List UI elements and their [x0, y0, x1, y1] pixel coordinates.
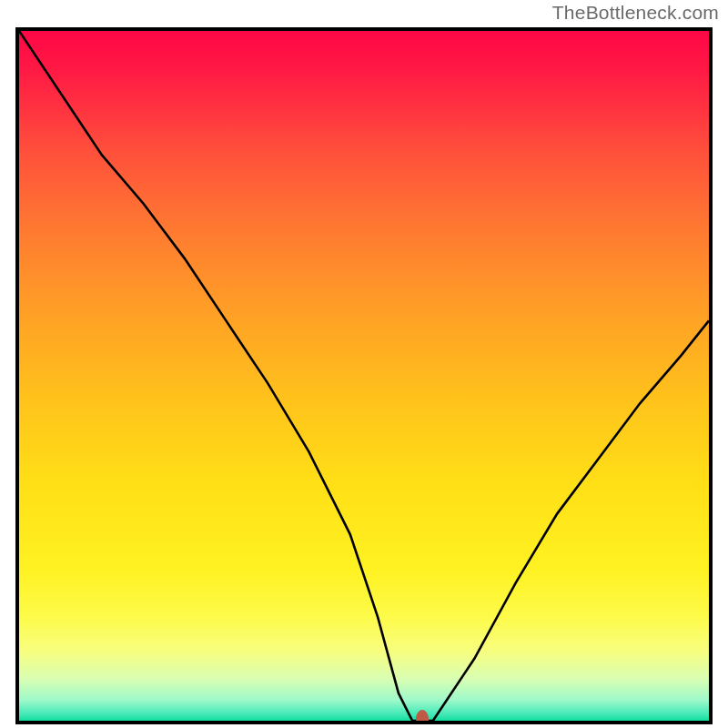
sweet-spot-marker: [416, 710, 429, 724]
chart-container: TheBottleneck.com: [0, 0, 728, 728]
plot-frame: [15, 27, 713, 724]
curve-path: [19, 31, 709, 721]
watermark-text: TheBottleneck.com: [552, 2, 719, 24]
bottleneck-curve: [19, 31, 709, 721]
